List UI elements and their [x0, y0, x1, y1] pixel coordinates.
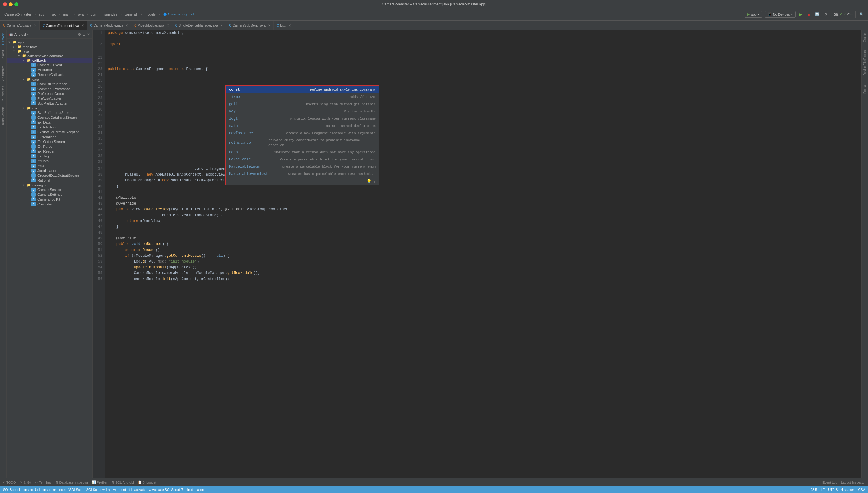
tree-item-callback[interactable]: ▼ 📁 callback: [7, 58, 92, 63]
sidebar-close[interactable]: ✕: [87, 32, 90, 37]
tab-close[interactable]: ✕: [220, 24, 223, 27]
tab-close[interactable]: ✕: [125, 24, 128, 27]
ac-item-parcelable[interactable]: Parcelable Create a parcelable block for…: [226, 156, 379, 163]
tree-item-preflistadapter[interactable]: C PrefListAdapter: [7, 96, 92, 101]
gradle-tab[interactable]: Gradle: [863, 30, 867, 45]
tree-item-cammenupref[interactable]: C CamMenuPreference: [7, 86, 92, 91]
ac-item-logt[interactable]: logt A static logtag with your current c…: [226, 115, 379, 122]
event-log-button[interactable]: Event Log: [822, 480, 838, 484]
tree-item-exifmodifier[interactable]: C ExifModifier: [7, 134, 92, 139]
tree-item-data[interactable]: ▼ 📁 data: [7, 77, 92, 82]
tree-item-exifinterface[interactable]: C ExifInterface: [7, 125, 92, 130]
settings-button[interactable]: ⚙: [822, 12, 829, 17]
git-button[interactable]: ⑨ 9: Git: [20, 480, 31, 484]
favorites-panel-label[interactable]: 2: Favorites: [1, 83, 5, 104]
tree-item-com[interactable]: ▼ 📁 com.smewise.camera2: [7, 53, 92, 58]
logcat-button[interactable]: 📋 6: Logcat: [138, 480, 156, 484]
sql-android-button[interactable]: 🗄 SQL Android: [111, 480, 134, 484]
tree-item-exifreader[interactable]: C ExifReader: [7, 149, 92, 154]
java-icon: C: [31, 202, 36, 206]
tree-item-bytebuffer[interactable]: C ByteBufferInputStream: [7, 110, 92, 115]
ac-item-const[interactable]: const Define android style int constant: [226, 86, 379, 93]
tab-close[interactable]: ✕: [34, 24, 36, 27]
terminal-button[interactable]: ▭ Terminal: [35, 480, 52, 484]
profiler-button[interactable]: 📊 Profiler: [92, 480, 108, 484]
database-inspector-button[interactable]: 🗄 Database Inspector: [55, 480, 88, 484]
tree-item-app[interactable]: ▼ 📁 app: [7, 40, 92, 44]
tree-item-jpegheader[interactable]: C JpegHeader: [7, 168, 92, 173]
ac-item-noinstance[interactable]: noInstance private empty constructor to …: [226, 137, 379, 149]
tree-item-rational[interactable]: C Rational: [7, 178, 92, 183]
tree-item-camerasettings[interactable]: C CameraSettings: [7, 192, 92, 197]
tab-close[interactable]: ✕: [268, 24, 270, 27]
sidebar-settings[interactable]: ⚙: [78, 32, 81, 37]
tab-singledevicemanager[interactable]: C SingleDeviceManager.java ✕: [172, 21, 226, 30]
maximize-button[interactable]: [15, 2, 18, 6]
tree-item-menuinfo[interactable]: C MenuInfo: [7, 67, 92, 72]
autocomplete-popup[interactable]: const Define android style int constant …: [225, 85, 380, 186]
tree-item-exifoutput[interactable]: C ExifOutputStream: [7, 139, 92, 144]
structure-panel-label[interactable]: 2: Structure: [1, 63, 5, 84]
folder-icon: 📁: [27, 106, 31, 110]
commit-panel-label[interactable]: Commit: [1, 48, 5, 63]
run-button[interactable]: ▶: [797, 10, 804, 18]
tree-item-exif[interactable]: ▼ 📁 exif: [7, 106, 92, 110]
bottom-bar: ☑ TODO ⑨ 9: Git ▭ Terminal 🗄 Database In…: [0, 478, 868, 486]
java-icon: C: [31, 192, 36, 197]
sidebar-gear[interactable]: ☰: [83, 32, 86, 37]
tree-item-exifdata[interactable]: C ExifData: [7, 120, 92, 125]
device-file-explorer-tab[interactable]: Device File Explorer: [863, 45, 867, 78]
ac-item-newinstance[interactable]: newInstance create a new Fragment instan…: [226, 130, 379, 137]
tab-cameramodule[interactable]: C CameraModule.java ✕: [87, 21, 132, 30]
tree-item-prefgroup[interactable]: C PreferenceGroup: [7, 91, 92, 96]
build-variants-label[interactable]: Build Variants: [1, 104, 5, 127]
tree-item-cameratoolkit[interactable]: C CameraToolKit: [7, 197, 92, 202]
tab-di[interactable]: C Di... ✕: [274, 21, 294, 30]
device-dropdown[interactable]: 📱 No Devices ▾: [765, 11, 796, 18]
app-dropdown[interactable]: ▶ app ▾: [745, 11, 762, 18]
tree-item-camerauievent[interactable]: C CameraUiEvent: [7, 63, 92, 67]
tree-item-camerasession[interactable]: C CameraSession: [7, 187, 92, 192]
ac-item-parcelableenumtest[interactable]: ParcelableEnumTest Creates basic parcela…: [226, 170, 379, 178]
tree-item-java[interactable]: ▼ 📁 java: [7, 49, 92, 53]
tree-item-manager[interactable]: ▼ 📁 manager: [7, 183, 92, 187]
tree-item-exifinvalidformat[interactable]: C ExifInvalidFormatException: [7, 130, 92, 134]
ac-item-main[interactable]: main main() method declaration: [226, 122, 379, 130]
tree-item-exiftag[interactable]: C ExifTag: [7, 154, 92, 158]
minimize-button[interactable]: [9, 2, 13, 6]
tree-item-manifests[interactable]: ▶ 📁 manifests: [7, 44, 92, 49]
tab-close[interactable]: ✕: [82, 24, 84, 27]
tab-videomodule[interactable]: C VideoModule.java ✕: [131, 21, 172, 30]
tab-close[interactable]: ✕: [289, 24, 291, 27]
layout-inspector-button[interactable]: Layout Inspector: [841, 480, 866, 484]
sync-button[interactable]: 🔄: [814, 12, 821, 17]
tab-camerasubmenu[interactable]: C CameraSubMenu.java ✕: [226, 21, 274, 30]
tab-cameraapp[interactable]: C CameraApp.java ✕: [0, 21, 40, 30]
tree-item-ordereddataoutput[interactable]: C OrderedDataOutputStream: [7, 173, 92, 178]
sidebar: 🤖 Android ▾ ⚙ ☰ ✕ ▼ 📁 app ▶ 📁: [7, 30, 93, 478]
ac-item-fixme[interactable]: fixme adds // FIXME: [226, 93, 379, 101]
tab-close[interactable]: ✕: [167, 24, 169, 27]
tree-item-exifparser[interactable]: C ExifParser: [7, 144, 92, 149]
ac-item-key[interactable]: key Key for a bundle: [226, 108, 379, 115]
tree-item-ifdid[interactable]: C IfdId: [7, 164, 92, 168]
tree-item-camlistpref[interactable]: C CamListPreference: [7, 82, 92, 86]
search-button[interactable]: 🔍: [858, 12, 866, 17]
todo-button[interactable]: ☑ TODO: [2, 480, 16, 484]
project-panel-label[interactable]: 1: Project: [1, 30, 5, 48]
tree-item-controller[interactable]: C Controller: [7, 202, 92, 207]
dropdown-icon[interactable]: ▾: [27, 32, 29, 36]
tree-item-ifddata[interactable]: C IfdData: [7, 158, 92, 164]
close-button[interactable]: [3, 2, 7, 6]
tree-item-requestcallback[interactable]: C RequestCallback: [7, 72, 92, 77]
ac-item-geti[interactable]: geti Inserts singleton method getInstanc…: [226, 101, 379, 108]
more-icon[interactable]: ⋮: [373, 179, 376, 184]
stop-button[interactable]: ⏹: [805, 12, 812, 17]
tree-arrow: ▼: [13, 50, 17, 53]
ac-item-noop[interactable]: noop indicate that a method does not hav…: [226, 149, 379, 156]
tree-item-counteddatastream[interactable]: C CountedDataInputStream: [7, 115, 92, 120]
tab-camerafragment[interactable]: C CameraFragment.java ✕: [40, 21, 87, 30]
ac-item-parcelableenum[interactable]: ParcelableEnum Create a parcelable block…: [226, 163, 379, 170]
tree-item-subpreflistadapter[interactable]: C SubPrefListAdapter: [7, 101, 92, 106]
emulator-tab[interactable]: Emulator: [863, 79, 867, 97]
